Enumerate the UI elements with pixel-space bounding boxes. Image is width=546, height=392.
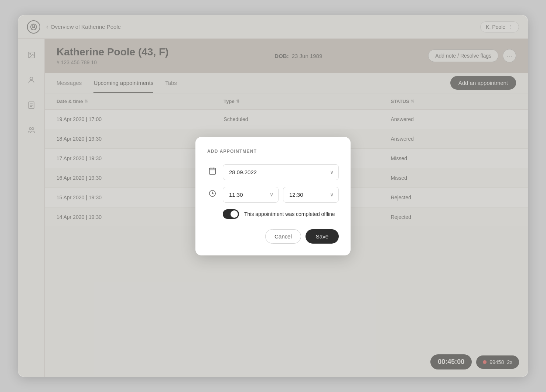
end-time-select[interactable]: 12:30 <box>283 187 339 203</box>
date-field: 28.09.2022 ∨ <box>207 164 339 180</box>
svg-rect-11 <box>209 168 216 175</box>
time-selects: 11:30 ∨ 12:30 ∨ <box>223 187 339 203</box>
modal-title: ADD APPOINTMENT <box>207 149 339 154</box>
cancel-button[interactable]: Cancel <box>265 229 301 244</box>
start-time-wrapper: 11:30 ∨ <box>223 187 279 203</box>
clock-icon <box>207 189 218 200</box>
save-button[interactable]: Save <box>306 229 339 244</box>
time-field: 11:30 ∨ 12:30 ∨ <box>207 187 339 203</box>
date-select[interactable]: 28.09.2022 <box>223 164 339 180</box>
calendar-icon <box>207 167 218 177</box>
date-select-wrapper: 28.09.2022 ∨ <box>223 164 339 180</box>
end-time-wrapper: 12:30 ∨ <box>283 187 339 203</box>
add-appointment-modal: ADD APPOINTMENT 28.09.2022 ∨ <box>195 137 351 255</box>
modal-actions: Cancel Save <box>207 229 339 244</box>
offline-toggle[interactable] <box>223 209 239 219</box>
modal-overlay: ADD APPOINTMENT 28.09.2022 ∨ <box>18 15 528 377</box>
offline-toggle-label: This appointment was completed offline <box>244 211 335 217</box>
start-time-select[interactable]: 11:30 <box>223 187 279 203</box>
offline-toggle-row: This appointment was completed offline <box>207 209 339 219</box>
